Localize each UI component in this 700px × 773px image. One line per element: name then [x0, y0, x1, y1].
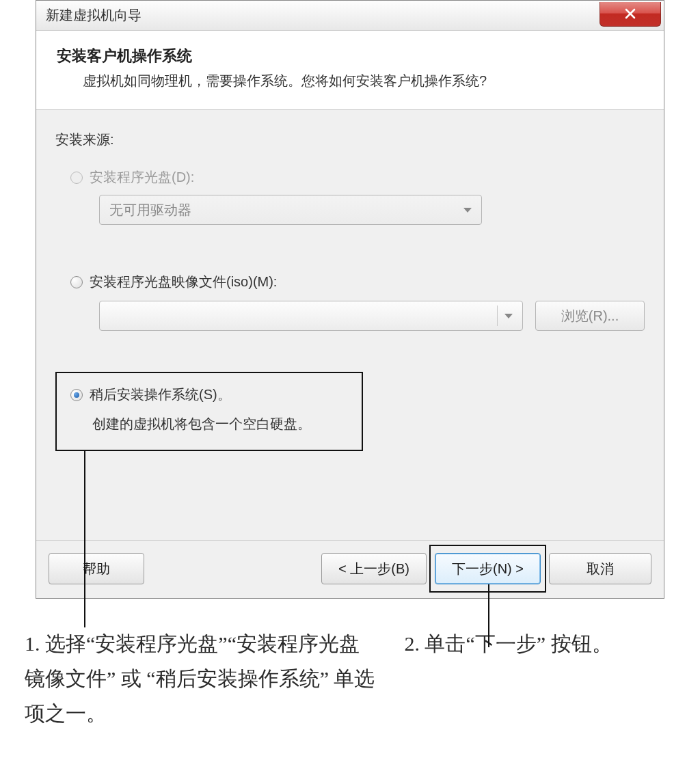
option-install-later-callout: 稍后安装操作系统(S)。 创建的虚拟机将包含一个空白硬盘。 [55, 372, 363, 451]
content-area: 安装来源: 安装程序光盘(D): 无可用驱动器 安装程序光盘映像文件(iso)(… [36, 110, 664, 540]
cancel-button[interactable]: 取消 [549, 553, 651, 584]
header-section: 安装客户机操作系统 虚拟机如同物理机，需要操作系统。您将如何安装客户机操作系统? [36, 31, 664, 110]
iso-path-row: 浏览(R)... [99, 301, 645, 331]
close-icon [623, 7, 637, 21]
browse-button[interactable]: 浏览(R)... [535, 301, 645, 331]
chevron-down-icon [504, 314, 513, 318]
page-subtitle: 虚拟机如同物理机，需要操作系统。您将如何安装客户机操作系统? [57, 72, 643, 90]
radio-icon [70, 389, 83, 401]
disc-drive-value: 无可用驱动器 [109, 201, 191, 219]
wizard-window: 新建虚拟机向导 安装客户机操作系统 虚拟机如同物理机，需要操作系统。您将如何安装… [36, 0, 664, 599]
annotation-note-1: 1. 选择“安装程序光盘”“安装程序光盘镜像文件” 或 “稍后安装操作系统” 单… [25, 626, 377, 731]
close-button[interactable] [600, 2, 661, 27]
window-title: 新建虚拟机向导 [46, 6, 142, 25]
annotation-note-2: 2. 单击“下一步” 按钮。 [404, 626, 675, 731]
option-install-later[interactable]: 稍后安装操作系统(S)。 [70, 385, 348, 404]
disc-drive-dropdown[interactable]: 无可用驱动器 [99, 195, 482, 225]
option-installer-disc[interactable]: 安装程序光盘(D): [55, 168, 645, 187]
next-button-wrap: 下一步(N) > [435, 553, 541, 584]
iso-path-dropdown[interactable] [99, 301, 523, 331]
option-iso-file-label: 安装程序光盘映像文件(iso)(M): [90, 273, 277, 291]
radio-icon [70, 276, 83, 288]
install-source-label: 安装来源: [55, 131, 645, 149]
annotation-leader-line [84, 450, 85, 627]
option-iso-file[interactable]: 安装程序光盘映像文件(iso)(M): [55, 273, 645, 291]
page-title: 安装客户机操作系统 [57, 46, 643, 66]
back-button[interactable]: < 上一步(B) [321, 553, 427, 584]
help-button[interactable]: 帮助 [49, 553, 144, 584]
option-installer-disc-label: 安装程序光盘(D): [90, 168, 194, 187]
titlebar: 新建虚拟机向导 [36, 1, 664, 31]
option-install-later-desc: 创建的虚拟机将包含一个空白硬盘。 [70, 415, 348, 433]
annotation-notes: 1. 选择“安装程序光盘”“安装程序光盘镜像文件” 或 “稍后安装操作系统” 单… [25, 626, 675, 731]
annotation-leader-line [488, 584, 489, 647]
radio-icon [70, 172, 83, 184]
chevron-down-icon [463, 208, 472, 213]
footer-buttons: 帮助 < 上一步(B) 下一步(N) > 取消 [36, 540, 664, 598]
option-install-later-label: 稍后安装操作系统(S)。 [90, 385, 231, 404]
